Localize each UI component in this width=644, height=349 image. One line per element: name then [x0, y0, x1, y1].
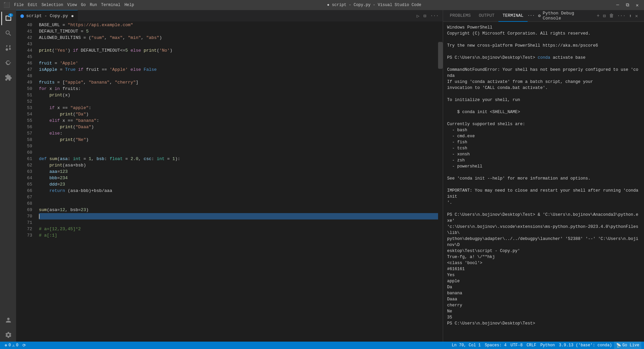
kill-terminal-button[interactable]: 🗑: [608, 12, 615, 19]
line-number: 53: [16, 105, 32, 111]
tab-output[interactable]: OUTPUT: [475, 10, 498, 22]
terminal-line: [447, 115, 640, 121]
code-line: print('Yes') if DEFAULT_TIMEOUT<=5 else …: [39, 47, 438, 54]
status-language-mode[interactable]: Python: [538, 342, 557, 349]
line-number: 41: [16, 28, 32, 35]
terminal-line: python\debugpy\adapter\../../debugpy\lau…: [447, 236, 640, 248]
menu-help[interactable]: Help: [124, 3, 134, 7]
debug-console-label: Python Debug Console: [543, 11, 590, 21]
add-terminal-button[interactable]: +: [595, 12, 601, 19]
code-line: [39, 149, 438, 156]
sync-icon: ⟳: [22, 343, 26, 348]
main-layout: 1 script - Copy.py: [0, 10, 644, 342]
terminal-line: - zsh: [447, 157, 640, 163]
line-number: 44: [16, 47, 32, 54]
sidebar-item-search[interactable]: [1, 27, 15, 40]
status-indent[interactable]: Spaces: 4: [483, 342, 508, 349]
split-terminal-button[interactable]: ⊟: [601, 12, 607, 19]
tab-terminal[interactable]: TERMINAL: [498, 10, 527, 22]
code-line: [39, 54, 438, 60]
terminal-line: [447, 103, 640, 109]
scrollbar[interactable]: [438, 22, 443, 342]
line-number: 64: [16, 175, 32, 181]
code-line: fruits = ["apple", "banana", "cherry"]: [39, 79, 438, 86]
terminal-line: '.: [447, 200, 640, 206]
line-number: 48: [16, 73, 32, 79]
terminal-line: - xonsh: [447, 151, 640, 157]
sidebar-item-account[interactable]: [1, 313, 15, 327]
tab-bar-actions: ▷ ⊟ ···: [415, 12, 443, 19]
terminal-line: Yes: [447, 272, 640, 278]
restore-button[interactable]: ⧉: [624, 2, 631, 8]
terminal-line: apple: [447, 278, 640, 284]
line-number: 42: [16, 35, 32, 41]
line-number: 73: [16, 232, 32, 239]
status-errors[interactable]: ⊗ 0 ⚠ 0: [3, 342, 20, 349]
code-line: [39, 194, 438, 200]
vscode-logo-icon: ⬛: [3, 2, 10, 8]
terminal-line: banana: [447, 290, 640, 296]
terminal-panel-actions: + ⊟ 🗑 ··· ⬆ ✕: [593, 12, 641, 19]
tab-filename: script - Copy.py: [26, 13, 68, 18]
close-button[interactable]: ✕: [634, 2, 641, 9]
more-actions-button[interactable]: ···: [429, 12, 440, 19]
error-count: 0: [8, 343, 11, 348]
maximize-panel-button[interactable]: ⬆: [628, 12, 633, 19]
code-line: [39, 213, 438, 219]
sidebar-item-source-control[interactable]: [1, 41, 15, 55]
status-line-ending[interactable]: CRLF: [525, 342, 538, 349]
terminal-line: #616161: [447, 266, 640, 272]
terminal-line: <class 'bool'>: [447, 260, 640, 266]
line-number: 46: [16, 60, 32, 66]
menu-terminal[interactable]: Terminal: [101, 3, 120, 7]
code-line: print("Ne"): [39, 137, 438, 143]
warning-icon: ⚠: [12, 343, 14, 348]
code-line: print("Da"): [39, 111, 438, 117]
sidebar-item-settings[interactable]: [1, 328, 15, 342]
status-sync[interactable]: ⟳: [20, 342, 28, 349]
debug-console-tab[interactable]: ⚙ Python Debug Console: [535, 10, 593, 22]
line-number: 65: [16, 181, 32, 188]
menu-selection[interactable]: Selection: [42, 3, 63, 7]
line-number: 72: [16, 226, 32, 232]
sidebar-item-extensions[interactable]: [1, 71, 15, 84]
line-number: 54: [16, 111, 32, 117]
more-terminal-options[interactable]: ···: [528, 13, 535, 18]
line-numbers: 4041424344454647484950515253545556575859…: [16, 22, 36, 342]
close-panel-button[interactable]: ✕: [634, 12, 639, 19]
menu-edit[interactable]: Edit: [28, 3, 38, 7]
terminal-line: - powershell: [447, 163, 640, 169]
terminal-content[interactable]: Windows PowerShellCopyright (C) Microsof…: [443, 22, 644, 342]
code-content[interactable]: BASE_URL = "https://api.example.com"DEFA…: [36, 22, 438, 342]
editor-tab[interactable]: script - Copy.py: [16, 10, 78, 22]
sidebar-item-run-debug[interactable]: [1, 56, 15, 69]
code-line: sum(asa=12, bsb=23): [39, 207, 438, 213]
code-line: # a[:1]: [39, 232, 438, 239]
code-line: [39, 219, 438, 226]
menu-go[interactable]: Go: [81, 3, 86, 7]
menu-run[interactable]: Run: [90, 3, 97, 7]
status-python-version[interactable]: 3.9.13 ('base': conda): [557, 342, 614, 349]
run-code-button[interactable]: ▷: [415, 12, 421, 19]
code-editor[interactable]: 4041424344454647484950515253545556575859…: [16, 22, 443, 342]
svg-point-0: [20, 14, 24, 18]
status-cursor-position[interactable]: Ln 70, Col 1: [450, 342, 483, 349]
terminal-line: Ne: [447, 308, 640, 314]
titlebar: ⬛ File Edit Selection View Go Run Termin…: [0, 0, 644, 10]
sidebar-item-explorer[interactable]: 1: [1, 12, 15, 25]
terminal-line: [447, 61, 640, 67]
minimize-button[interactable]: ─: [614, 2, 621, 8]
menu-view[interactable]: View: [67, 3, 77, 7]
status-encoding[interactable]: UTF-8: [508, 342, 525, 349]
line-number: 45: [16, 54, 32, 60]
terminal-line: To initialize your shell, run: [447, 97, 640, 103]
terminal-more-button[interactable]: ···: [616, 12, 627, 19]
go-live-icon: 📡: [616, 343, 621, 348]
terminal-line: Copyright (C) Microsoft Corporation. All…: [447, 31, 640, 37]
status-go-live[interactable]: 📡 Go Live: [614, 342, 641, 349]
line-number: 70: [16, 213, 32, 219]
tab-problems[interactable]: PROBLEMS: [446, 10, 475, 22]
split-editor-button[interactable]: ⊟: [422, 12, 427, 19]
menu-file[interactable]: File: [14, 3, 24, 7]
terminal-line: [447, 206, 640, 212]
